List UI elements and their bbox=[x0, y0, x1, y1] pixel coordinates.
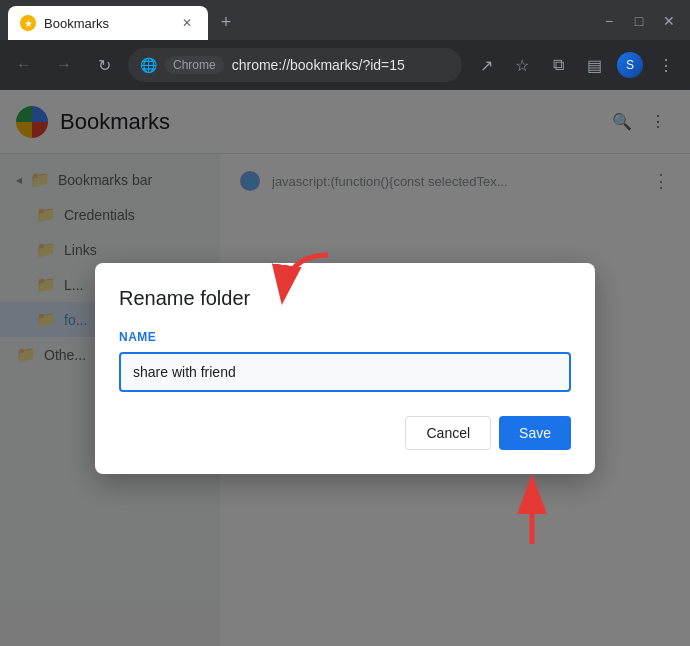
share-icon[interactable]: ↗ bbox=[470, 49, 502, 81]
title-bar: ★ Bookmarks ✕ + − □ ✕ bbox=[0, 0, 690, 40]
page-content: Bookmarks 🔍 ⋮ ◂ 📁 Bookmarks bar 📁 Creden… bbox=[0, 90, 690, 646]
browser-frame: ★ Bookmarks ✕ + − □ ✕ ← → ↻ 🌐 Chrome chr… bbox=[0, 0, 690, 646]
save-button[interactable]: Save bbox=[499, 416, 571, 450]
profile-avatar: S bbox=[617, 52, 643, 78]
tab-close-button[interactable]: ✕ bbox=[178, 14, 196, 32]
tab-title: Bookmarks bbox=[44, 16, 170, 31]
sidebar-toggle-icon[interactable]: ▤ bbox=[578, 49, 610, 81]
cancel-button[interactable]: Cancel bbox=[405, 416, 491, 450]
folder-name-input[interactable] bbox=[119, 352, 571, 392]
dialog-actions: Cancel Save bbox=[119, 416, 571, 450]
tab-favicon: ★ bbox=[20, 15, 36, 31]
profile-button[interactable]: S bbox=[614, 49, 646, 81]
minimize-button[interactable]: − bbox=[596, 8, 622, 34]
new-tab-button[interactable]: + bbox=[212, 8, 240, 36]
forward-button[interactable]: → bbox=[48, 49, 80, 81]
refresh-button[interactable]: ↻ bbox=[88, 49, 120, 81]
back-button[interactable]: ← bbox=[8, 49, 40, 81]
modal-overlay: Rename folder Name Cancel Save bbox=[0, 90, 690, 646]
chrome-menu-icon[interactable]: ⋮ bbox=[650, 49, 682, 81]
dialog-label: Name bbox=[119, 330, 571, 344]
active-tab[interactable]: ★ Bookmarks ✕ bbox=[8, 6, 208, 40]
arrow-to-save bbox=[492, 474, 572, 558]
extensions-icon[interactable]: ⧉ bbox=[542, 49, 574, 81]
close-button[interactable]: ✕ bbox=[656, 8, 682, 34]
bookmark-star-icon[interactable]: ☆ bbox=[506, 49, 538, 81]
toolbar-icons: ↗ ☆ ⧉ ▤ S ⋮ bbox=[470, 49, 682, 81]
maximize-button[interactable]: □ bbox=[626, 8, 652, 34]
arrow-to-input bbox=[268, 245, 348, 329]
url-text: chrome://bookmarks/?id=15 bbox=[232, 57, 450, 73]
url-bar[interactable]: 🌐 Chrome chrome://bookmarks/?id=15 bbox=[128, 48, 462, 82]
window-controls: − □ ✕ bbox=[596, 8, 682, 34]
address-bar: ← → ↻ 🌐 Chrome chrome://bookmarks/?id=15… bbox=[0, 40, 690, 90]
chrome-badge: Chrome bbox=[165, 56, 224, 74]
site-icon: 🌐 bbox=[140, 57, 157, 73]
